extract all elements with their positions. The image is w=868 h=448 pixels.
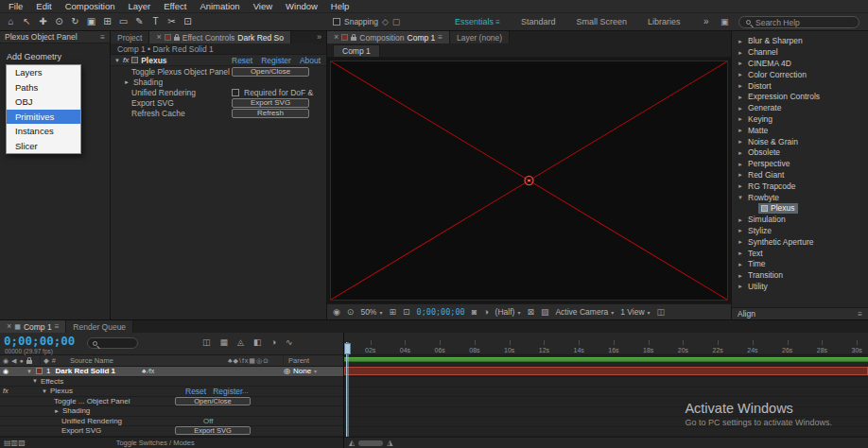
effects-category-row[interactable]: Keying — [732, 114, 868, 126]
refresh-button[interactable]: Refresh — [232, 109, 309, 118]
property-row[interactable]: Toggle ... Object Panel Open/Close — [0, 397, 343, 407]
pen-tool-icon[interactable]: ✎ — [131, 13, 148, 30]
expander-icon[interactable] — [736, 217, 745, 223]
tab-render-queue[interactable]: Render Queue — [66, 320, 133, 333]
view-layout-dropdown[interactable]: 1 View ▾ — [620, 307, 650, 317]
panel-menu-icon[interactable]: ≡ — [55, 322, 60, 331]
expander-icon[interactable] — [736, 139, 745, 145]
effect-link[interactable]: Reset — [232, 56, 252, 65]
help-search-input[interactable]: Search Help — [738, 16, 859, 28]
pickwhip-icon[interactable]: ◎ — [284, 367, 290, 375]
comp-nav-tab[interactable]: Comp 1 — [333, 44, 380, 57]
expander-icon[interactable] — [736, 228, 745, 233]
effect-entry[interactable]: Color Correction — [745, 70, 809, 80]
expander-icon[interactable] — [736, 60, 745, 66]
expander-icon[interactable] — [736, 95, 745, 100]
expander-icon[interactable] — [736, 39, 745, 44]
layer-visibility-toggle[interactable]: ◉ — [0, 368, 11, 375]
parent-dropdown[interactable]: None — [293, 367, 311, 375]
property-row[interactable]: ► Shading — [0, 406, 343, 417]
more-options-link[interactable]: ... — [242, 387, 249, 395]
property-row[interactable]: Export SVG Export SVG — [0, 426, 343, 437]
hide-shy-layers-icon[interactable]: ◬ — [237, 337, 244, 347]
expander-icon[interactable] — [736, 284, 745, 289]
open-close-button[interactable]: Open/Close — [175, 397, 251, 405]
expander-icon[interactable] — [736, 172, 745, 178]
expand-graph-pane-icon[interactable]: ▧ — [18, 439, 26, 447]
composition-viewport[interactable] — [327, 58, 731, 303]
pixel-aspect-icon[interactable]: ◫ — [657, 307, 666, 317]
workspace-overflow-icon[interactable]: » — [703, 16, 709, 26]
expander-icon[interactable] — [736, 116, 745, 122]
expander-icon[interactable] — [736, 273, 745, 279]
unified-rendering-value[interactable]: Off — [203, 417, 214, 425]
effects-category-row[interactable]: Generate — [732, 103, 868, 114]
add-geometry-menu-item[interactable]: OBJ — [7, 95, 80, 110]
fx-badge-icon[interactable]: fx — [3, 387, 9, 395]
add-geometry-menu-item[interactable]: Slicer — [7, 139, 80, 154]
tab-composition[interactable]: × Composition Comp 1 ≡ — [327, 31, 450, 43]
layer-twirl-icon[interactable]: ▼ — [26, 369, 32, 374]
expand-inout-pane-icon[interactable]: ▥ — [11, 439, 19, 447]
layer-name[interactable]: Dark Red Solid 1 — [55, 367, 115, 375]
layer-switches-icons[interactable]: ♣ ∕fx — [142, 368, 154, 374]
tab-effect-controls[interactable]: × Effect Controls Dark Red So — [149, 31, 291, 43]
lock-icon[interactable] — [351, 37, 356, 41]
effects-category-row[interactable]: Synthetic Aperture — [732, 236, 868, 248]
tab-project[interactable]: Project — [111, 31, 149, 43]
add-geometry-menu-item[interactable]: Layers — [7, 65, 80, 80]
puppet-tool-icon[interactable]: ⊡ — [180, 13, 196, 30]
expander-icon[interactable] — [736, 262, 745, 267]
sync-settings-icon[interactable]: ▣ — [720, 17, 729, 26]
panel-overflow-icon[interactable]: » — [312, 31, 326, 43]
panel-menu-icon[interactable]: ≡ — [100, 33, 105, 42]
effects-category-row[interactable]: Red Giant — [732, 170, 868, 181]
plexus-effect-label[interactable]: Plexus — [50, 387, 73, 395]
effect-entry[interactable]: Matte — [745, 126, 771, 136]
preview-timecode[interactable]: 0;00;00;00 — [417, 307, 465, 317]
unified-rendering-checkbox[interactable] — [232, 89, 239, 96]
effect-entry[interactable]: Utility — [745, 282, 771, 292]
workspace-tab[interactable]: Standard — [511, 13, 566, 31]
camera-dropdown[interactable]: Active Camera ▾ — [555, 307, 614, 317]
comp-mini-flowchart-icon[interactable]: ◫ — [202, 337, 211, 347]
effect-entry[interactable]: Generate — [745, 103, 784, 113]
effects-category-row[interactable]: Color Correction — [732, 69, 868, 80]
menu-item[interactable]: Animation — [193, 0, 246, 12]
effect-header-row[interactable]: ▼ fx Plexus ResetRegisterAbout — [111, 55, 326, 66]
expander-icon[interactable] — [736, 239, 745, 245]
effects-category-row[interactable]: Time — [732, 259, 868, 270]
effect-link[interactable]: Register — [213, 387, 243, 396]
transparency-grid-icon[interactable]: ▨ — [541, 307, 549, 317]
menu-item[interactable]: Help — [324, 0, 356, 12]
effects-category-row[interactable]: Simulation — [732, 215, 868, 226]
layer-color-chip[interactable] — [36, 368, 43, 374]
home-icon[interactable]: ⌂ — [3, 13, 19, 30]
zoom-in-icon[interactable]: ◮ — [387, 439, 392, 447]
effect-entry[interactable]: Blur & Sharpen — [745, 36, 806, 46]
parent-column[interactable]: Parent — [283, 356, 343, 365]
menu-item[interactable]: File — [2, 0, 29, 12]
workspace-tab[interactable]: Essentials — [444, 13, 511, 31]
label-column[interactable]: ◆ # — [40, 356, 66, 365]
effect-entry[interactable]: RG Trapcode — [745, 181, 799, 192]
effects-category-row[interactable]: Noise & Grain — [732, 136, 868, 147]
effect-entry[interactable]: Text — [745, 249, 766, 259]
effects-category-row[interactable]: Blur & Sharpen — [732, 36, 868, 47]
effect-entry[interactable]: Distort — [745, 81, 774, 92]
magnification-icon[interactable]: ⊙ — [347, 307, 355, 317]
effects-category-row[interactable]: Perspective — [732, 159, 868, 170]
effects-group-label[interactable]: Effects — [41, 377, 63, 386]
effect-link[interactable]: Register — [261, 56, 291, 65]
tab-layer[interactable]: Layer (none) — [450, 31, 510, 43]
effect-entry[interactable]: Rowbyte — [745, 193, 782, 203]
export-svg-button[interactable]: Export SVG — [232, 98, 309, 108]
effect-entry[interactable]: Noise & Grain — [745, 137, 801, 147]
close-icon[interactable]: × — [7, 322, 11, 331]
timeline-search-input[interactable] — [87, 337, 138, 349]
time-ruler[interactable]: 02s04s06s08s10s12s14s16s18s20s22s24s26s2… — [344, 333, 868, 355]
shading-twirl-icon[interactable]: ► — [54, 408, 60, 414]
effect-entry[interactable]: Plexus — [758, 203, 798, 214]
expander-icon[interactable] — [736, 183, 745, 189]
effects-category-row[interactable]: Transition — [732, 270, 868, 282]
